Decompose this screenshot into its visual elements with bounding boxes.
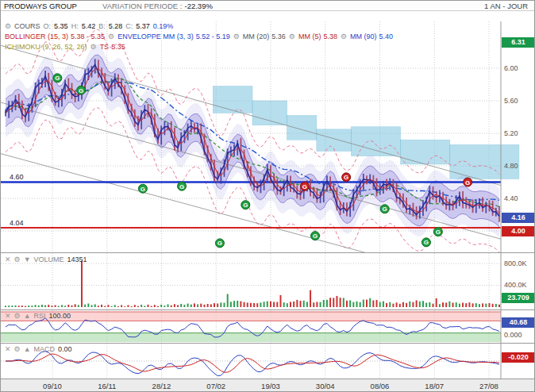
legend-ichimoku-row: ICHIMOKU (9, 26, 52, 26) ⚙ TS 5.35 <box>5 43 125 51</box>
enveloppe-legend: ENVELOPPE MM (3, 3) 5.52 - 5.19 <box>117 33 230 40</box>
legend-indicators-row: BOLLINGER (15, 3) 5.38 - 5.35 ⚙ ENVELOPP… <box>5 33 393 40</box>
price-axis-tick: 5.20 <box>504 129 518 137</box>
time-axis[interactable]: 09/1016/1128/1207/0219/0330/0408/0618/07… <box>1 379 535 392</box>
ts-legend: TS 5.35 <box>100 43 125 51</box>
ts-value: 5.35 <box>111 43 125 51</box>
legend-cours: ⚙ COURS O: 5.35 H: 5.42 B: 5.28 C: 5.37 … <box>5 22 173 30</box>
mm5-value: 5.38 <box>323 33 337 40</box>
macd-move-up-icon[interactable]: ▲ <box>24 345 31 353</box>
rsi-pane-header: ✕ ⚙ ▲ RSI 100.00 <box>5 312 71 320</box>
volume-pane-header: ✕ ⚙ ▼ VOLUME 14351 <box>5 256 87 263</box>
price-axis-tick: 6.00 <box>504 64 518 72</box>
svg-text:G: G <box>313 233 318 240</box>
date-label: 09/10 <box>40 382 64 390</box>
chart-window: PRODWAYS GROUP VARIATION PERIODE : -22.3… <box>0 0 535 392</box>
variation-period-value: -22.39% <box>184 2 212 10</box>
svg-text:G: G <box>465 179 470 186</box>
volume-label: VOLUME <box>34 256 64 263</box>
macd-badge: -0.020 <box>502 352 535 363</box>
date-label: 08/06 <box>368 382 392 390</box>
svg-text:G: G <box>179 183 184 190</box>
rsi-move-up-icon[interactable]: ▲ <box>24 312 31 320</box>
price-chart[interactable]: GGGGGGGGGGGGG <box>1 21 535 253</box>
price-axis-tick: 5.60 <box>504 97 518 105</box>
enveloppe-settings-icon[interactable]: ⚙ <box>108 33 114 40</box>
svg-text:G: G <box>383 206 387 213</box>
rsi-settings-icon[interactable]: ⚙ <box>14 312 21 320</box>
mm20-settings-icon[interactable]: ⚙ <box>233 33 240 40</box>
rsi-badge: 40.68 <box>502 317 535 328</box>
macd-label: MACD <box>34 345 56 353</box>
pane-separator <box>1 252 535 253</box>
red-level-badge: 4.00 <box>502 226 535 236</box>
cours-label: COURS <box>14 22 40 30</box>
mm5-legend: MM (5) 5.38 <box>298 33 337 40</box>
svg-text:G: G <box>79 87 83 94</box>
variation-period-label: VARIATION PERIODE : <box>102 2 182 10</box>
volume-close-icon[interactable]: ✕ <box>5 256 11 263</box>
rsi-close-icon[interactable]: ✕ <box>5 312 11 320</box>
mm5-settings-icon[interactable]: ⚙ <box>289 33 295 40</box>
date-label: 16/11 <box>95 382 119 390</box>
date-label: 28/12 <box>150 382 174 390</box>
date-label: 19/03 <box>259 382 283 390</box>
price-axis-tick: 4.80 <box>504 162 518 170</box>
instrument-name: PRODWAYS GROUP <box>4 2 102 10</box>
price-top-badge: 6.31 <box>502 37 535 48</box>
bollinger-label: BOLLINGER (15, 3) <box>5 33 68 40</box>
svg-text:G: G <box>140 186 145 193</box>
pane-separator <box>1 309 535 310</box>
svg-text:G: G <box>55 75 60 82</box>
svg-text:G: G <box>344 174 348 181</box>
pane-separator <box>1 343 535 344</box>
mm20-label: MM (20) <box>243 33 270 40</box>
mm20-value: 5.36 <box>271 33 286 40</box>
low-value: 5.28 <box>109 22 123 30</box>
topbar: PRODWAYS GROUP VARIATION PERIODE : -22.3… <box>1 1 534 11</box>
timeframe-selector[interactable]: 1 AN - JOUR <box>484 2 528 10</box>
svg-text:G: G <box>217 240 222 247</box>
volume-value: 14351 <box>67 256 87 263</box>
macd-value: 0.00 <box>58 345 72 353</box>
volume-axis-tick: 400.0K <box>504 281 527 289</box>
svg-text:G: G <box>436 229 441 236</box>
open-label: O: <box>44 22 52 30</box>
hline-red-label: 4.04 <box>9 219 25 227</box>
mm90-legend: MM (90) 5.40 <box>350 33 393 40</box>
ichimoku-label: ICHIMOKU (9, 26, 52, 26) <box>5 43 87 51</box>
hline-blue-label: 4.60 <box>9 173 25 181</box>
volume-badge: 23.709 <box>502 293 535 303</box>
ichimoku-legend: ICHIMOKU (9, 26, 52, 26) <box>5 43 87 51</box>
mm5-label: MM (5) <box>298 33 321 40</box>
volume-move-down-icon[interactable]: ▼ <box>24 256 31 263</box>
mm90-value: 5.40 <box>379 33 394 40</box>
change-percent: 0.19% <box>153 22 174 30</box>
bollinger-value: 5.38 - 5.35 <box>71 33 105 40</box>
volume-axis-tick: 800.0K <box>504 259 527 267</box>
cours-settings-icon[interactable]: ⚙ <box>5 22 11 30</box>
rsi-axis-tick: 0.000 <box>504 331 522 339</box>
mm90-settings-icon[interactable]: ⚙ <box>341 33 347 40</box>
macd-settings-icon[interactable]: ⚙ <box>14 345 21 353</box>
mm90-label: MM (90) <box>350 33 377 40</box>
date-label: 27/08 <box>477 382 501 390</box>
volume-settings-icon[interactable]: ⚙ <box>14 256 21 263</box>
rsi-chart[interactable] <box>1 310 535 344</box>
rsi-value: 100.00 <box>49 312 71 320</box>
high-value: 5.42 <box>82 22 96 30</box>
close-value: 5.37 <box>136 22 150 30</box>
macd-close-icon[interactable]: ✕ <box>5 345 11 353</box>
ts-settings-icon[interactable]: ⚙ <box>90 43 97 51</box>
date-label: 18/07 <box>422 382 446 390</box>
bollinger-legend: BOLLINGER (15, 3) 5.38 - 5.35 <box>5 33 105 40</box>
enveloppe-value: 5.52 - 5.19 <box>196 33 230 40</box>
close-label: C: <box>125 22 133 30</box>
last-price-badge: 4.16 <box>502 213 535 223</box>
macd-chart[interactable] <box>1 344 535 379</box>
date-label: 07/02 <box>204 382 228 390</box>
low-label: B: <box>98 22 106 30</box>
high-label: H: <box>71 22 79 30</box>
svg-text:G: G <box>424 239 429 246</box>
enveloppe-label: ENVELOPPE MM (3, 3) <box>117 33 194 40</box>
macd-pane-header: ✕ ⚙ ▲ MACD 0.00 <box>5 345 72 353</box>
